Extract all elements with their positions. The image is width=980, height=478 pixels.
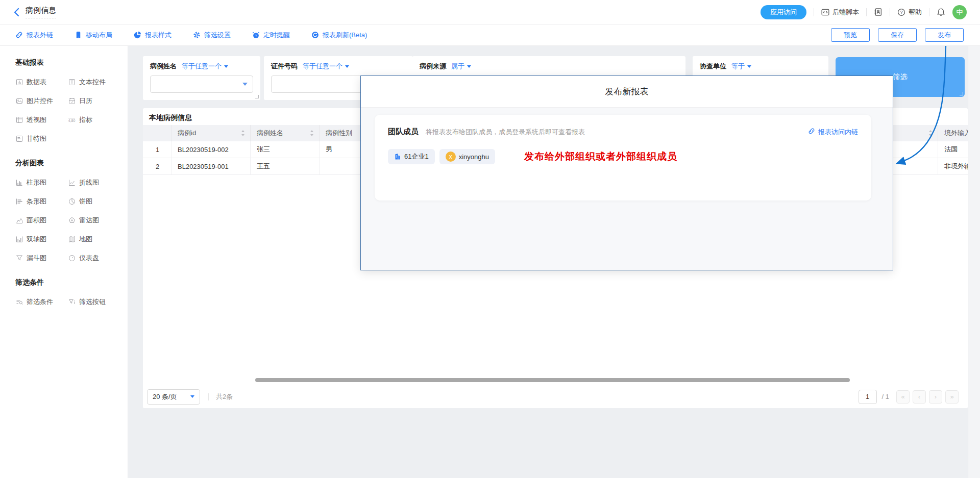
sidebar-item-filter-button[interactable]: 筛选按钮 xyxy=(68,297,128,307)
filter-operator-dropdown[interactable]: 等于 xyxy=(731,62,751,71)
modal-title: 发布新报表 xyxy=(361,76,893,108)
filter-card-case-name[interactable]: 病例姓名 等于任意一个 xyxy=(143,56,260,100)
designer-toolbar: 报表外链 移动布局 报表样式 筛选设置 定时提醒 报表刷新(Beta) xyxy=(0,24,980,46)
help-label: 帮助 xyxy=(909,8,922,17)
toolbar-item-report-refresh[interactable]: 报表刷新(Beta) xyxy=(311,31,367,40)
first-page-button[interactable]: « xyxy=(896,390,910,404)
sidebar-item-gauge-chart[interactable]: 仪表盘 xyxy=(68,254,128,263)
chevron-down-icon xyxy=(242,83,248,86)
chevron-down-icon xyxy=(224,65,228,68)
sort-icon[interactable] xyxy=(241,130,245,137)
sidebar-item-label: 双轴图 xyxy=(27,235,46,244)
sidebar-item-dual-axis-chart[interactable]: 双轴图 xyxy=(15,235,68,244)
table-cell: 张三 xyxy=(251,141,320,158)
sidebar-item-column-chart[interactable]: 柱形图 xyxy=(15,178,68,187)
funnel-chart-icon xyxy=(15,255,23,262)
filter-operator-dropdown[interactable]: 属于 xyxy=(451,62,471,71)
horizontal-scrollbar-thumb[interactable] xyxy=(255,378,850,382)
toolbar-item-label: 报表外链 xyxy=(27,31,53,40)
table-footer: 20 条/页 共2条 / 1 « ‹ › » xyxy=(143,385,968,408)
sidebar-item-gantt-chart[interactable]: 甘特图 xyxy=(15,134,68,143)
sidebar-item-label: 透视图 xyxy=(27,115,46,124)
metric-icon: 4,80 xyxy=(68,118,76,122)
gauge-chart-icon xyxy=(68,255,76,262)
toolbar-item-filter-settings[interactable]: 筛选设置 xyxy=(193,31,231,40)
filter-submit-label: 筛选 xyxy=(893,72,908,82)
sidebar-item-metric[interactable]: 4,80指标 xyxy=(68,115,128,124)
backend-script-button[interactable]: 后端脚本 xyxy=(821,8,859,17)
filter-field-label: 协查单位 xyxy=(700,62,726,71)
gantt-chart-icon xyxy=(15,135,23,142)
team-members-description: 将报表发布给团队成员，成员登录系统后即可查看报表 xyxy=(426,128,585,137)
table-header-cell[interactable]: 病例姓名 xyxy=(251,125,320,141)
sort-icon[interactable] xyxy=(928,130,933,137)
contacts-button[interactable] xyxy=(874,8,883,16)
text-widget-icon xyxy=(68,79,76,86)
map-icon xyxy=(68,236,76,243)
preview-button[interactable]: 预览 xyxy=(831,28,870,42)
user-avatar[interactable]: 中 xyxy=(952,5,967,19)
back-button[interactable] xyxy=(11,7,21,17)
prev-page-button[interactable]: ‹ xyxy=(913,390,926,404)
image-widget-icon xyxy=(15,97,23,105)
sidebar-item-text-widget[interactable]: 文本控件 xyxy=(68,78,128,87)
page-number-input[interactable] xyxy=(859,390,877,404)
page-size-select[interactable]: 20 条/页 xyxy=(147,389,200,405)
sidebar-item-label: 地图 xyxy=(79,235,92,244)
filter-condition-icon xyxy=(15,298,23,306)
sidebar-item-map[interactable]: 地图 xyxy=(68,235,128,244)
sidebar-item-filter-condition[interactable]: 筛选条件 xyxy=(15,297,68,307)
next-page-button[interactable]: › xyxy=(929,390,942,404)
sidebar-item-data-table[interactable]: 数据表 xyxy=(15,78,68,87)
filter-button-icon xyxy=(68,298,76,306)
toolbar-item-external-link[interactable]: 报表外链 xyxy=(15,31,53,40)
toolbar-item-label: 移动布局 xyxy=(86,31,112,40)
sidebar-item-area-chart[interactable]: 面积图 xyxy=(15,216,68,225)
pie-chart-icon xyxy=(68,198,76,205)
toolbar-item-label: 筛选设置 xyxy=(204,31,231,40)
toolbar-item-scheduled-reminder[interactable]: 定时提醒 xyxy=(252,31,290,40)
save-button[interactable]: 保存 xyxy=(878,28,917,42)
sidebar-item-line-chart[interactable]: 折线图 xyxy=(68,178,128,187)
widget-sidebar: 基础报表 数据表 文本控件 图片控件 日历 透视图 4,80指标 甘特图 分析图… xyxy=(0,46,128,478)
sidebar-item-calendar[interactable]: 日历 xyxy=(68,96,128,106)
row-index-cell: 2 xyxy=(143,158,172,175)
sort-icon[interactable] xyxy=(310,130,314,137)
sidebar-item-pie-chart[interactable]: 饼图 xyxy=(68,197,128,206)
sidebar-item-image-widget[interactable]: 图片控件 xyxy=(15,96,68,106)
sidebar-item-funnel-chart[interactable]: 漏斗图 xyxy=(15,254,68,263)
app-access-button[interactable]: 应用访问 xyxy=(761,5,806,19)
resize-handle[interactable] xyxy=(255,95,259,98)
member-tag-org[interactable]: 61企业1 xyxy=(388,149,435,164)
sidebar-item-label: 文本控件 xyxy=(79,78,106,87)
filter-operator-dropdown[interactable]: 等于任意一个 xyxy=(182,62,228,71)
sidebar-item-bar-chart[interactable]: 条形图 xyxy=(15,197,68,206)
help-button[interactable]: 帮助 xyxy=(897,8,922,17)
sidebar-item-pivot-table[interactable]: 透视图 xyxy=(15,115,68,124)
gear-icon xyxy=(193,31,201,39)
toolbar-item-label: 报表样式 xyxy=(145,31,172,40)
bar-chart-icon xyxy=(15,198,23,205)
dual-axis-chart-icon xyxy=(15,236,23,243)
table-header-cell[interactable]: 病例id xyxy=(172,125,251,141)
filter-operator-dropdown[interactable]: 等于任意一个 xyxy=(303,62,349,71)
calendar-icon xyxy=(68,97,76,105)
sidebar-item-radar-chart[interactable]: 雷达图 xyxy=(68,216,128,225)
member-tag-user[interactable]: x xinyonghu xyxy=(439,149,495,164)
sidebar-item-label: 折线图 xyxy=(79,178,99,187)
filter-value-select[interactable] xyxy=(150,76,253,93)
notifications-button[interactable] xyxy=(937,8,945,16)
table-header-cell: 境外输入 xyxy=(938,125,968,141)
sidebar-item-label: 指标 xyxy=(79,115,92,124)
publish-button[interactable]: 发布 xyxy=(925,28,964,42)
sidebar-item-label: 仪表盘 xyxy=(79,254,99,263)
report-internal-link[interactable]: 报表访问内链 xyxy=(808,128,858,137)
sidebar-item-label: 筛选条件 xyxy=(27,297,53,307)
toolbar-item-mobile-layout[interactable]: 移动布局 xyxy=(75,31,112,40)
last-page-button[interactable]: » xyxy=(945,390,959,404)
page-scrollbar-track[interactable] xyxy=(968,46,980,478)
header-divider xyxy=(890,8,890,16)
toolbar-item-report-style[interactable]: 报表样式 xyxy=(134,31,172,40)
mobile-icon xyxy=(75,31,82,39)
resize-handle[interactable] xyxy=(960,92,963,95)
